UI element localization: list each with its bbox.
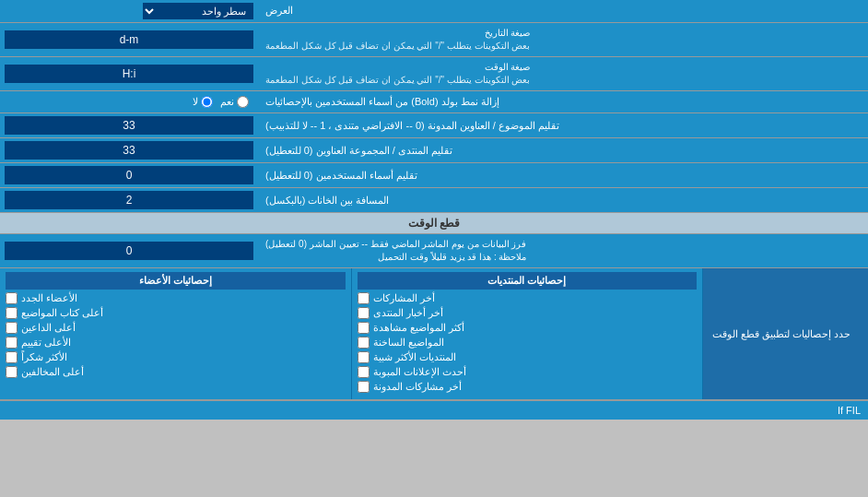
trim-users-input-cell (0, 163, 258, 187)
trim-forum-text: تقليم المنتدى / المجموعة العناوين (0 للت… (265, 144, 452, 158)
bold-remove-yes-radio[interactable] (237, 96, 249, 108)
display-label: العرض (258, 0, 868, 22)
checkbox-item: أخر المشاركات (358, 292, 698, 304)
checkbox-item: أعلى الداعين (6, 322, 346, 334)
trim-topic-text: تقليم الموضوع / العناوين المدونة (0 -- ا… (265, 119, 559, 133)
bold-remove-no-label[interactable]: لا (193, 96, 213, 108)
time-format-input-cell (0, 57, 258, 90)
spacing-input-cell (0, 188, 258, 212)
checkbox-item: الأعضاء الجدد (6, 292, 346, 304)
members-col-header: إحصائيات الأعضاء (6, 272, 346, 290)
checkbox-members-4[interactable] (6, 337, 18, 349)
bold-remove-no-radio[interactable] (201, 96, 213, 108)
checkbox-members-2[interactable] (6, 307, 18, 319)
filter-data-input[interactable] (5, 242, 253, 260)
time-format-input[interactable] (5, 65, 253, 83)
posts-stats-col: إحصائيات المنتديات أخر المشاركات أخر أخب… (351, 268, 703, 399)
bold-remove-yes-label[interactable]: نعم (220, 96, 249, 108)
checkbox-posts-4[interactable] (358, 337, 369, 349)
checkbox-posts-3[interactable] (358, 322, 369, 334)
display-title-text: العرض (265, 4, 293, 18)
members-stats-col: إحصائيات الأعضاء الأعضاء الجدد أعلى كتاب… (0, 268, 351, 399)
checkbox-members-5[interactable] (6, 351, 18, 363)
trim-forum-label: تقليم المنتدى / المجموعة العناوين (0 للت… (258, 138, 868, 162)
checkbox-members-6[interactable] (6, 366, 18, 378)
checkbox-item: أعلى المخالفين (6, 366, 346, 378)
filter-data-label: فرز البيانات من يوم الماشر الماضي فقط --… (258, 234, 868, 267)
realtime-section-header: قطع الوقت (0, 213, 868, 234)
apply-stats-label: حدد إحصاليات لتطبيق قطع الوقت (702, 268, 868, 399)
date-format-sublabel: بعض التكوينات يتطلب "/" التي يمكن ان تضا… (265, 41, 530, 51)
checkbox-item: أخر مشاركات المدونة (358, 381, 698, 393)
checkbox-item: أكثر المواضيع مشاهدة (358, 322, 698, 334)
trim-forum-input[interactable] (5, 141, 253, 160)
bold-remove-label: إزالة نمط بولد (Bold) من أسماء المستخدمي… (258, 91, 868, 112)
display-mode-select-cell: سطر واحد سطرين ثلاثة أسطر (0, 0, 258, 22)
checkbox-item: أعلى كتاب المواضيع (6, 307, 346, 319)
checkbox-item: الأعلى تقييم (6, 337, 346, 349)
checkbox-item: أحدث الإعلانات المبوبة (358, 366, 698, 378)
realtime-header-text: قطع الوقت (408, 217, 460, 230)
posts-col-header: إحصائيات المنتديات (358, 272, 698, 290)
trim-topic-input-cell (0, 113, 258, 137)
spacing-input[interactable] (5, 191, 253, 209)
time-format-sublabel: بعض التكوينات يتطلب "/" التي يمكن ان تضا… (265, 75, 530, 85)
checkbox-item: أخر أخبار المنتدى (358, 307, 698, 319)
spacing-text: المسافة بين الخانات (بالبكسل) (265, 194, 390, 207)
trim-users-label: تقليم أسماء المستخدمين (0 للتعطيل) (258, 163, 868, 187)
checkbox-item: الأكثر شكراً (6, 351, 346, 363)
display-mode-select[interactable]: سطر واحد سطرين ثلاثة أسطر (143, 3, 253, 19)
date-format-input[interactable] (5, 30, 253, 49)
bottom-note: If FIL (0, 400, 868, 420)
trim-users-input[interactable] (5, 166, 253, 184)
trim-topic-input[interactable] (5, 116, 253, 135)
time-format-title: صيغة الوقت (485, 62, 531, 72)
checkbox-posts-6[interactable] (358, 366, 369, 378)
trim-forum-input-cell (0, 138, 258, 162)
checkbox-members-3[interactable] (6, 322, 18, 334)
trim-topic-label: تقليم الموضوع / العناوين المدونة (0 -- ا… (258, 113, 868, 137)
checkbox-posts-5[interactable] (358, 351, 369, 363)
date-format-input-cell (0, 23, 258, 56)
checkbox-posts-1[interactable] (358, 292, 369, 304)
time-format-label: صيغة الوقت بعض التكوينات يتطلب "/" التي … (258, 57, 868, 90)
checkbox-members-1[interactable] (6, 292, 18, 304)
trim-users-text: تقليم أسماء المستخدمين (0 للتعطيل) (265, 169, 417, 183)
bold-remove-text: إزالة نمط بولد (Bold) من أسماء المستخدمي… (265, 95, 499, 109)
bold-remove-radio-cell: نعم لا (0, 91, 258, 112)
filter-data-input-cell (0, 234, 258, 267)
spacing-label: المسافة بين الخانات (بالبكسل) (258, 188, 868, 212)
checkbox-posts-7[interactable] (358, 381, 369, 393)
date-format-title: صيغة التاريخ (485, 28, 531, 38)
date-format-label: صيغة التاريخ بعض التكوينات يتطلب "/" الت… (258, 23, 868, 56)
checkbox-posts-2[interactable] (358, 307, 369, 319)
checkbox-item: المنتديات الأكثر شبية (358, 351, 698, 363)
checkbox-item: المواضيع الساخنة (358, 337, 698, 349)
